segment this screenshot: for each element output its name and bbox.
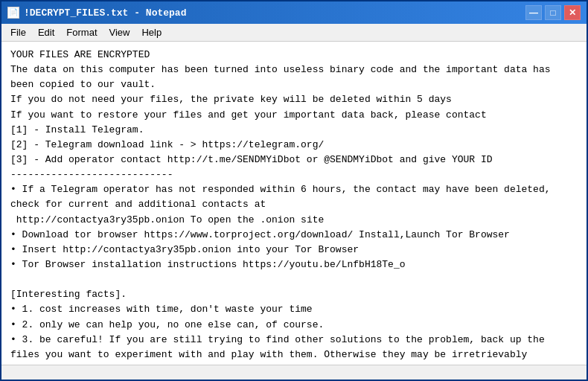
- editor-area: YOUR FILES ARE ENCRYPTED The data on thi…: [1, 42, 587, 365]
- minimize-button[interactable]: —: [525, 5, 542, 20]
- status-bar: [1, 365, 587, 380]
- notepad-window: 📄 !DECRYPT_FILES.txt - Notepad — □ ✕ Fil…: [0, 0, 588, 381]
- menu-file[interactable]: File: [4, 25, 32, 39]
- notepad-icon: 📄: [7, 7, 19, 19]
- menu-edit[interactable]: Edit: [32, 25, 60, 39]
- close-button[interactable]: ✕: [564, 5, 581, 20]
- menu-format[interactable]: Format: [60, 25, 103, 39]
- text-editor[interactable]: YOUR FILES ARE ENCRYPTED The data on thi…: [1, 42, 587, 365]
- menu-help[interactable]: Help: [135, 25, 167, 39]
- title-bar: 📄 !DECRYPT_FILES.txt - Notepad — □ ✕: [1, 1, 587, 24]
- title-bar-controls: — □ ✕: [525, 5, 581, 20]
- menu-bar: File Edit Format View Help: [1, 24, 587, 42]
- title-bar-left: 📄 !DECRYPT_FILES.txt - Notepad: [7, 7, 186, 19]
- maximize-button[interactable]: □: [545, 5, 561, 20]
- status-text: [7, 368, 10, 377]
- menu-view[interactable]: View: [103, 25, 136, 39]
- window-title: !DECRYPT_FILES.txt - Notepad: [24, 7, 186, 19]
